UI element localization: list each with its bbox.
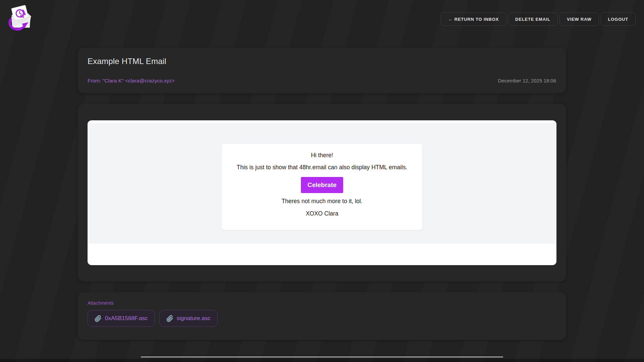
celebrate-button[interactable]: Celebrate [301,177,343,193]
email-from: From: "Clara K" <clara@crazyco.xyz> [88,78,175,84]
paperclip-icon [166,315,173,322]
view-raw-button[interactable]: VIEW RAW [559,12,599,26]
email-body-line2: Theres not much more to it, lol. [222,197,422,205]
app-logo[interactable]: 48 [7,4,34,33]
page-48hr-email-viewer: { "app": { "logo_label": "48hr.email log… [0,0,644,362]
envelope-clock-logo-image: 48 [7,4,34,33]
svg-text:48: 48 [20,14,24,19]
email-body-line1: This is just to show that 48hr.email can… [222,164,422,171]
email-html-frame: Hi there! This is just to show that 48hr… [88,120,556,265]
return-to-inbox-button[interactable]: ← RETURN TO INBOX [441,12,506,26]
email-meta-row: From: "Clara K" <clara@crazyco.xyz> Dece… [88,78,556,84]
bottom-edge-strip [0,359,644,362]
email-subject: Example HTML Email [88,57,556,66]
footer-divider [141,357,503,357]
email-date: December 12, 2025 18:06 [498,78,556,83]
attachments-card: Attachments 0xA5B1568F.asc signature.asc [78,292,566,340]
attachment-pill-1[interactable]: signature.asc [159,310,218,327]
email-header-card: Example HTML Email From: "Clara K" <clar… [78,48,566,93]
attachments-row: 0xA5B1568F.asc signature.asc [88,310,556,327]
email-content-box: Hi there! This is just to show that 48hr… [222,144,422,230]
email-body-card: Hi there! This is just to show that 48hr… [78,104,566,282]
main-column: Example HTML Email From: "Clara K" <clar… [78,0,566,357]
paperclip-icon [95,315,102,322]
top-nav: ← RETURN TO INBOX DELETE EMAIL VIEW RAW … [441,12,636,26]
delete-email-button[interactable]: DELETE EMAIL [508,12,558,26]
attachments-label: Attachments [88,300,556,306]
logout-button[interactable]: LOGOUT [601,12,636,26]
attachment-filename: signature.asc [177,315,211,322]
email-body-background: Hi there! This is just to show that 48hr… [88,123,556,244]
email-signoff: XOXO Clara [222,210,422,217]
attachment-filename: 0xA5B1568F.asc [105,315,148,322]
email-greeting: Hi there! [222,152,422,159]
attachment-pill-0[interactable]: 0xA5B1568F.asc [88,310,155,327]
